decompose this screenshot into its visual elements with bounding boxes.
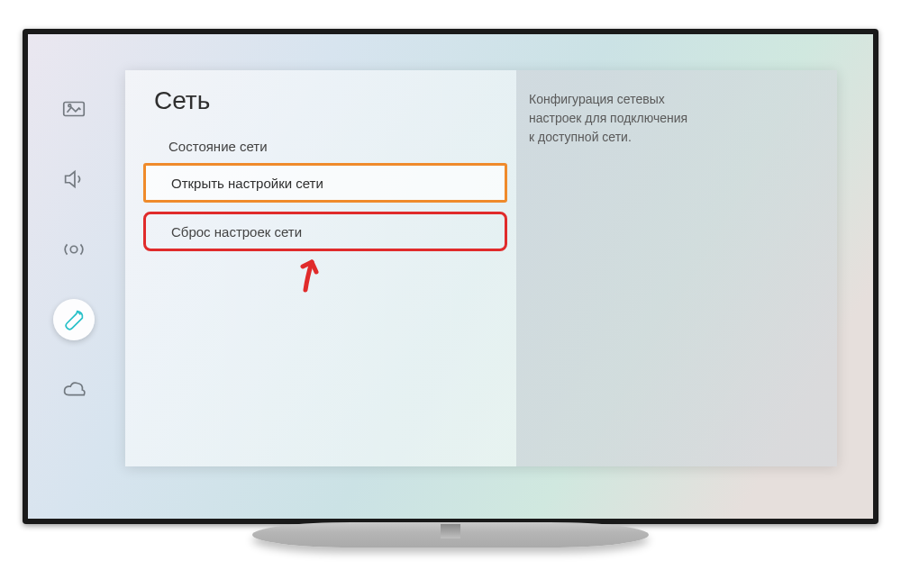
menu-item-reset-network-settings[interactable]: Сброс настроек сети bbox=[143, 212, 507, 251]
picture-icon bbox=[60, 95, 87, 122]
sidebar-item-broadcast[interactable] bbox=[53, 229, 95, 270]
settings-panel: Сеть Конфигурация сетевых настроек для п… bbox=[125, 70, 837, 466]
menu-item-network-status[interactable]: Состояние сети bbox=[168, 139, 504, 154]
settings-sidebar bbox=[53, 88, 95, 411]
sound-icon bbox=[60, 166, 87, 193]
svg-point-2 bbox=[70, 246, 77, 253]
sidebar-item-support[interactable] bbox=[53, 369, 95, 411]
wrench-icon bbox=[60, 306, 87, 333]
svg-point-1 bbox=[68, 104, 71, 107]
sidebar-item-picture[interactable] bbox=[53, 88, 95, 130]
tv-frame: Сеть Конфигурация сетевых настроек для п… bbox=[23, 29, 878, 524]
cloud-icon bbox=[60, 376, 87, 403]
sidebar-item-general[interactable] bbox=[53, 299, 95, 340]
menu-list: Состояние сети Открыть настройки сети Сб… bbox=[143, 137, 507, 260]
tv-screen: Сеть Конфигурация сетевых настроек для п… bbox=[28, 34, 873, 519]
page-title: Сеть bbox=[154, 86, 210, 115]
help-text: Конфигурация сетевых настроек для подклю… bbox=[529, 90, 799, 147]
broadcast-icon bbox=[60, 236, 87, 263]
menu-item-open-network-settings[interactable]: Открыть настройки сети bbox=[143, 163, 507, 203]
tv-stand-stem bbox=[441, 524, 460, 538]
sidebar-item-sound[interactable] bbox=[53, 158, 95, 200]
